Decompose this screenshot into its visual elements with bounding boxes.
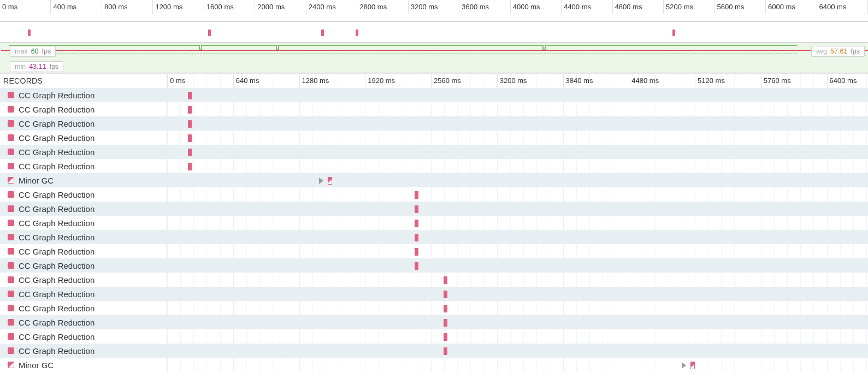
gc-bar-icon[interactable]: [415, 220, 418, 227]
minor-gc-bar-icon[interactable]: [328, 177, 332, 185]
gc-bar-icon[interactable]: [444, 319, 447, 327]
lane-row[interactable]: [167, 131, 868, 145]
lane-row[interactable]: [167, 358, 868, 372]
expand-triangle-icon[interactable]: [319, 178, 323, 184]
gc-bar-icon[interactable]: [444, 347, 447, 355]
record-row-cc-graph-reduction[interactable]: CC Graph Reduction: [0, 301, 167, 315]
lane-row[interactable]: [167, 344, 868, 358]
record-row-minor-gc[interactable]: Minor GC: [0, 173, 167, 187]
lane-row[interactable]: [167, 102, 868, 116]
overview-tick: 1600 ms: [204, 0, 255, 14]
lane-row[interactable]: [167, 145, 868, 159]
gc-bar-icon[interactable]: [444, 333, 447, 341]
record-row-cc-graph-reduction[interactable]: CC Graph Reduction: [0, 230, 167, 244]
gc-swatch-icon: [8, 276, 14, 283]
record-label: CC Graph Reduction: [19, 332, 95, 341]
lane-tick: 0 ms: [167, 74, 185, 88]
gc-bar-icon[interactable]: [188, 149, 192, 156]
overview-marker-icon: [672, 29, 675, 36]
gc-swatch-icon: [8, 220, 14, 226]
gc-bar-icon[interactable]: [415, 205, 418, 213]
overview-markers[interactable]: [0, 22, 868, 43]
gc-bar-icon[interactable]: [415, 191, 418, 199]
value: 60: [31, 48, 39, 55]
lane-row[interactable]: [167, 287, 868, 301]
records-header: RECORDS: [0, 74, 167, 88]
gc-swatch-icon: [8, 234, 14, 240]
lane-row[interactable]: [167, 244, 868, 258]
lane-row[interactable]: [167, 159, 868, 173]
record-row-cc-graph-reduction[interactable]: CC Graph Reduction: [0, 216, 167, 230]
lane-tick: 640 ms: [233, 74, 259, 88]
record-row-cc-graph-reduction[interactable]: CC Graph Reduction: [0, 258, 167, 273]
record-row-cc-graph-reduction[interactable]: CC Graph Reduction: [0, 287, 167, 301]
lane-tick: 2560 ms: [431, 74, 461, 88]
record-row-minor-gc[interactable]: Minor GC: [0, 358, 167, 372]
record-row-cc-graph-reduction[interactable]: CC Graph Reduction: [0, 102, 167, 116]
record-row-cc-graph-reduction[interactable]: CC Graph Reduction: [0, 273, 167, 287]
overview-tick: 5200 ms: [664, 0, 715, 14]
gc-bar-icon[interactable]: [188, 120, 192, 128]
lane-row[interactable]: [167, 88, 868, 102]
record-row-cc-graph-reduction[interactable]: CC Graph Reduction: [0, 159, 167, 173]
minor-gc-swatch-icon: [8, 177, 14, 184]
record-label: CC Graph Reduction: [19, 147, 95, 157]
gc-swatch-icon: [8, 149, 14, 155]
overview-timeline[interactable]: 0 ms400 ms800 ms1200 ms1600 ms2000 ms240…: [0, 0, 868, 22]
gc-bar-icon[interactable]: [415, 262, 418, 270]
records-names-column: RECORDS CC Graph ReductionCC Graph Reduc…: [0, 74, 167, 372]
record-row-cc-graph-reduction[interactable]: CC Graph Reduction: [0, 145, 167, 159]
gc-bar-icon[interactable]: [444, 305, 447, 312]
label: min: [15, 63, 26, 70]
record-row-cc-graph-reduction[interactable]: CC Graph Reduction: [0, 202, 167, 216]
minor-gc-bar-icon[interactable]: [690, 362, 695, 369]
record-row-cc-graph-reduction[interactable]: CC Graph Reduction: [0, 116, 167, 131]
overview-tick: 4400 ms: [562, 0, 612, 14]
lane-row[interactable]: [167, 173, 868, 187]
lane-row[interactable]: [167, 329, 868, 344]
overview-tick: 6000 ms: [766, 0, 817, 14]
overview-tick: 6400 ms: [817, 0, 868, 14]
record-row-cc-graph-reduction[interactable]: CC Graph Reduction: [0, 88, 167, 102]
record-label: Minor GC: [19, 176, 54, 185]
lane-row[interactable]: [167, 116, 868, 131]
overview-tick: 4800 ms: [613, 0, 664, 14]
fps-dip-icon: [199, 45, 202, 50]
gc-bar-icon[interactable]: [415, 248, 418, 256]
lane-row[interactable]: [167, 273, 868, 287]
lane-row[interactable]: [167, 230, 868, 244]
overview-marker-icon: [28, 29, 31, 36]
lane-row[interactable]: [167, 187, 868, 202]
record-row-cc-graph-reduction[interactable]: CC Graph Reduction: [0, 131, 167, 145]
record-row-cc-graph-reduction[interactable]: CC Graph Reduction: [0, 329, 167, 344]
lane-row[interactable]: [167, 258, 868, 273]
record-row-cc-graph-reduction[interactable]: CC Graph Reduction: [0, 244, 167, 258]
gc-bar-icon[interactable]: [444, 276, 447, 284]
record-label: CC Graph Reduction: [19, 290, 95, 299]
gc-swatch-icon: [8, 134, 14, 141]
gc-bar-icon[interactable]: [188, 163, 192, 170]
overview-tick: 2400 ms: [306, 0, 357, 14]
lane-row[interactable]: [167, 315, 868, 329]
gc-bar-icon[interactable]: [415, 234, 418, 241]
record-row-cc-graph-reduction[interactable]: CC Graph Reduction: [0, 187, 167, 202]
lane-tick: 4480 ms: [629, 74, 659, 88]
fps-dip-icon: [276, 45, 279, 50]
lane-row[interactable]: [167, 301, 868, 315]
expand-triangle-icon[interactable]: [682, 362, 686, 369]
overview-tick: 0 ms: [0, 0, 51, 14]
lane-row[interactable]: [167, 216, 868, 230]
gc-bar-icon[interactable]: [188, 92, 192, 99]
fps-line-icon: [9, 45, 797, 46]
gc-swatch-icon: [8, 191, 14, 198]
record-row-cc-graph-reduction[interactable]: CC Graph Reduction: [0, 315, 167, 329]
record-label: CC Graph Reduction: [19, 162, 95, 171]
gc-bar-icon[interactable]: [444, 291, 447, 298]
record-row-cc-graph-reduction[interactable]: CC Graph Reduction: [0, 344, 167, 358]
records-lanes[interactable]: 0 ms640 ms1280 ms1920 ms2560 ms3200 ms38…: [167, 74, 868, 372]
gc-bar-icon[interactable]: [188, 134, 192, 142]
label: max: [15, 48, 28, 55]
gc-bar-icon[interactable]: [188, 106, 192, 114]
lane-row[interactable]: [167, 202, 868, 216]
lane-tick: 5760 ms: [761, 74, 791, 88]
